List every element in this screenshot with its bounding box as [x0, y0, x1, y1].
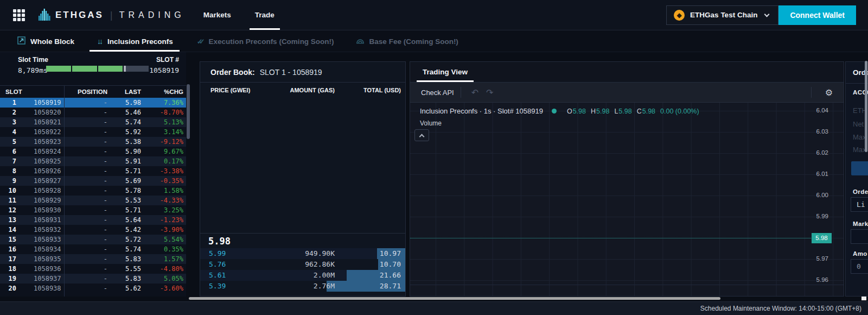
- scrollbar-thumb[interactable]: [189, 297, 720, 300]
- trading-view-header: Trading View: [410, 62, 844, 83]
- last-price-value: 5.46: [107, 109, 141, 116]
- last-price-value: 5.69: [107, 177, 141, 185]
- slot-table-rows: 11058919-5.987.36%21058920-5.46-8.70%310…: [0, 98, 186, 297]
- slot-rank: 8: [0, 167, 21, 175]
- ethgas-logo[interactable]: ETHGAS | TRADING: [39, 8, 185, 22]
- slot-row[interactable]: 121058930-5.713.25%: [0, 205, 186, 215]
- order-price: 5.76: [209, 260, 226, 268]
- price-axis-tick: 6.01: [801, 171, 828, 177]
- last-price-value: 5.38: [107, 138, 141, 146]
- slot-row[interactable]: 101058928-5.781.58%: [0, 186, 186, 196]
- gear-icon[interactable]: ⚙: [825, 87, 833, 98]
- chevron-down-icon: [764, 11, 770, 17]
- series-title: Inclusion Preconfs · 1s · Slot# 1058919: [420, 107, 543, 115]
- status-bar: Scheduled Maintenance Window: 14:00-15:0…: [0, 301, 868, 315]
- brand-name: ETHGAS: [55, 10, 104, 21]
- slot-row[interactable]: 31058921-5.745.13%: [0, 117, 186, 127]
- ohlc-value: 5.98: [596, 108, 609, 115]
- slot-row[interactable]: 181058936-5.55-4.80%: [0, 264, 186, 274]
- market-price-label: Mark: [853, 220, 868, 227]
- slot-row[interactable]: 111058929-5.53-4.33%: [0, 196, 186, 205]
- maintenance-notice: Scheduled Maintenance Window: 14:00-15:0…: [700, 305, 861, 312]
- redo-icon[interactable]: ↷: [486, 87, 493, 98]
- collapse-volume-button[interactable]: [414, 129, 429, 141]
- nav-item-markets[interactable]: Markets: [192, 0, 243, 30]
- slot-id: 1058936: [21, 265, 69, 273]
- brand-product: TRADING: [119, 10, 185, 20]
- price-chart[interactable]: Inclusion Preconfs · 1s · Slot# 1058919 …: [410, 103, 844, 296]
- slot-id: 1058933: [21, 236, 69, 243]
- last-price-value: 5.53: [107, 197, 141, 204]
- toolbar-divider: [461, 87, 461, 98]
- order-book-row[interactable]: 5.76962.86K10.70: [200, 259, 405, 270]
- order-book-row[interactable]: 5.612.00M21.66: [200, 270, 405, 281]
- slot-id: 1058921: [21, 118, 69, 126]
- slot-row[interactable]: 201058938-5.62-3.60%: [0, 284, 186, 293]
- check-api-button[interactable]: Check API: [421, 89, 454, 97]
- last-price-value: 5.74: [107, 245, 141, 253]
- slot-row[interactable]: 81058926-5.71-3.38%: [0, 166, 186, 176]
- slot-row[interactable]: 61058924-5.909.67%: [0, 147, 186, 156]
- slot-id: 1058931: [21, 216, 69, 224]
- connect-wallet-button[interactable]: Connect Wallet: [778, 5, 856, 25]
- last-price-badge: 5.98: [812, 233, 832, 243]
- order-amount: 2.76M: [314, 282, 335, 290]
- slot-row[interactable]: 11058919-5.987.36%: [0, 98, 186, 108]
- undo-icon[interactable]: ↶: [471, 87, 478, 98]
- toolbar-divider: [811, 87, 812, 98]
- nav-item-trade[interactable]: Trade: [243, 0, 286, 30]
- scrollbar-thumb[interactable]: [187, 84, 190, 139]
- slot-id: 1058922: [21, 128, 69, 136]
- order-price: 5.61: [209, 271, 226, 279]
- tab-inclusion-preconfs[interactable]: ↓↓ Inclusion Preconfs: [97, 31, 173, 52]
- slot-row[interactable]: 21058920-5.46-8.70%: [0, 108, 186, 117]
- last-price-value: 5.83: [107, 255, 141, 263]
- order-total: 10.97: [380, 249, 401, 257]
- slot-row[interactable]: 141058932-5.42-3.90%: [0, 225, 186, 235]
- trading-view-panel: Trading View Check API ↶ ↷ ⚙ Inclusion P…: [410, 61, 844, 297]
- slot-row[interactable]: 91058927-5.69-0.35%: [0, 176, 186, 186]
- slot-id: 1058935: [21, 255, 69, 263]
- market-price-field[interactable]: [851, 229, 868, 244]
- slot-list-scrollbar[interactable]: [186, 52, 191, 297]
- order-book-row[interactable]: 5.99949.90K10.97: [200, 248, 405, 259]
- slot-id: 1058920: [21, 109, 69, 116]
- position-value: -: [69, 206, 107, 214]
- tab-base-fee[interactable]: Base Fee (Coming Soon!): [356, 31, 458, 52]
- slot-row[interactable]: 151058933-5.725.54%: [0, 235, 186, 244]
- buy-button[interactable]: [851, 161, 868, 175]
- tab-execution-preconfs[interactable]: ✓✓ Execution Preconfs (Coming Soon!): [197, 31, 334, 52]
- slot-id: 1058926: [21, 167, 69, 175]
- order-type-select[interactable]: Li: [851, 197, 868, 212]
- app-launcher-icon[interactable]: [13, 9, 25, 21]
- percent-change: 5.05%: [141, 275, 183, 282]
- slot-rank: 11: [0, 197, 21, 204]
- slot-row[interactable]: 41058922-5.923.14%: [0, 127, 186, 137]
- chain-selector[interactable]: ◆ ETHGas Test Chain: [666, 5, 778, 25]
- slot-row[interactable]: 191058937-5.835.05%: [0, 274, 186, 284]
- tab-whole-block[interactable]: Whole Block: [17, 31, 74, 52]
- order-book-columns: PRICE (GWEI) AMOUNT (GAS) TOTAL (USD): [200, 83, 405, 98]
- slot-row[interactable]: 171058935-5.831.57%: [0, 254, 186, 264]
- slot-row[interactable]: 161058934-5.740.35%: [0, 244, 186, 254]
- percent-change: 3.25%: [141, 206, 183, 214]
- order-form-scrollbar[interactable]: [865, 61, 867, 152]
- order-amount: 949.90K: [305, 249, 335, 257]
- slot-row[interactable]: 71058925-5.910.17%: [0, 156, 186, 166]
- slot-id: 1058938: [21, 285, 69, 292]
- order-total: 21.66: [380, 271, 401, 279]
- slot-rank: 16: [0, 245, 21, 253]
- percent-change: -4.33%: [141, 197, 183, 204]
- tab-trading-view[interactable]: Trading View: [423, 62, 468, 82]
- slot-row[interactable]: 131058931-5.64-1.23%: [0, 215, 186, 225]
- mid-price: 5.98: [208, 236, 231, 247]
- amount-field[interactable]: 0: [851, 259, 868, 274]
- slot-id: 1058927: [21, 177, 69, 185]
- progress-segment: [124, 66, 149, 72]
- percent-change: -8.70%: [141, 109, 183, 116]
- ohlc-values: O5.98H5.98L5.98C5.980.00 (0.00%): [567, 108, 699, 115]
- slot-row[interactable]: 51058923-5.38-9.12%: [0, 137, 186, 147]
- horizontal-scrollbar[interactable]: [187, 297, 868, 301]
- order-book-row[interactable]: 5.392.76M28.71: [200, 281, 405, 292]
- slot-rank: 9: [0, 177, 21, 185]
